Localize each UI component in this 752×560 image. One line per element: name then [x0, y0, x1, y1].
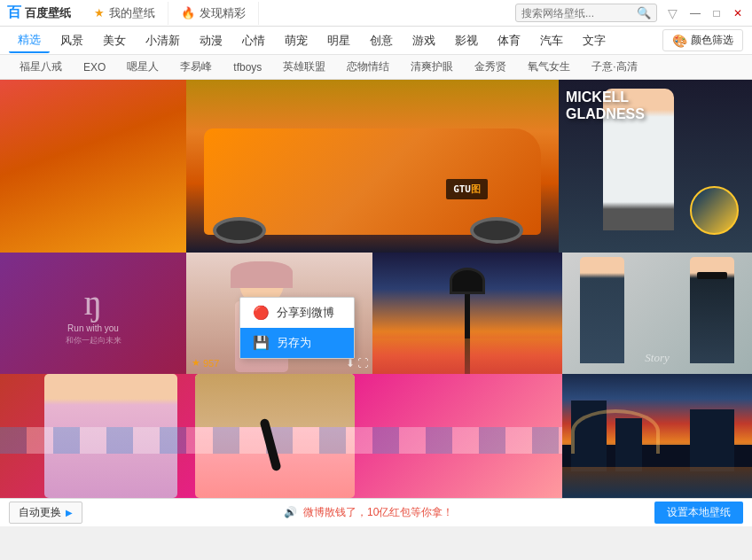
- star-count: 957: [203, 358, 219, 369]
- tag-3[interactable]: 李易峰: [169, 57, 223, 77]
- cat-beauty[interactable]: 美女: [94, 29, 135, 52]
- context-menu: 🔴 分享到微博 💾 另存为: [239, 297, 355, 359]
- tag-nav: 福星八戒 EXO 嗯星人 李易峰 tfboys 英雄联盟 恋物情结 清爽护眼 金…: [0, 55, 752, 80]
- cat-cute-pet[interactable]: 萌宠: [276, 29, 317, 52]
- share-weibo-item[interactable]: 🔴 分享到微博: [240, 298, 354, 328]
- watermark: Story: [645, 351, 669, 365]
- minimize-button[interactable]: —: [688, 6, 702, 20]
- cat-game[interactable]: 游戏: [403, 29, 444, 52]
- title-nav-tabs: ★ 我的壁纸 🔥 发现精彩: [82, 2, 515, 25]
- tag-2[interactable]: 嗯星人: [116, 57, 169, 77]
- title-bar: 百 百度壁纸 ★ 我的壁纸 🔥 发现精彩 🔍 ▽ — □ ✕: [0, 0, 752, 27]
- maximize-button[interactable]: □: [709, 6, 724, 20]
- close-button[interactable]: ✕: [731, 6, 745, 20]
- image-sunset[interactable]: [372, 253, 562, 374]
- purple-text-content: ŋ Run with you 和你一起向未来: [66, 281, 121, 346]
- category-nav: 精选 风景 美女 小清新 动漫 心情 萌宠 明星 创意 游戏 影视 体育 汽车 …: [0, 27, 752, 55]
- weibo-icon: 🔴: [253, 305, 270, 321]
- logo-icon: 百: [7, 4, 21, 22]
- cat-text[interactable]: 文字: [574, 29, 615, 52]
- tag-10[interactable]: 子意·高清: [581, 57, 647, 77]
- star-icon: ★: [94, 6, 105, 19]
- share-weibo-label: 分享到微博: [277, 305, 334, 321]
- color-filter-label: 颜色筛选: [691, 33, 733, 48]
- cat-film[interactable]: 影视: [446, 29, 487, 52]
- tag-1[interactable]: EXO: [73, 58, 116, 76]
- tab-discover-label: 发现精彩: [200, 5, 246, 21]
- set-wallpaper-button[interactable]: 设置本地壁纸: [654, 502, 743, 524]
- basketball-player-name: MICKELLGLADNESS: [566, 89, 645, 122]
- star-badge: ★ 957: [192, 357, 219, 369]
- cat-mood[interactable]: 心情: [233, 29, 274, 52]
- cat-car[interactable]: 汽车: [531, 29, 572, 52]
- image-basketball[interactable]: MICKELLGLADNESS: [559, 80, 752, 253]
- cat-celebrity[interactable]: 明星: [318, 29, 359, 52]
- auto-change-button[interactable]: 自动更换 ▶: [9, 502, 82, 524]
- fullscreen-icon: ⛶: [357, 357, 368, 369]
- tag-0[interactable]: 福星八戒: [9, 57, 73, 77]
- speaker-icon: 🔊: [284, 506, 297, 518]
- search-box[interactable]: 🔍: [515, 4, 657, 22]
- tag-9[interactable]: 氧气女生: [517, 57, 581, 77]
- tab-my-wallpaper[interactable]: ★ 我的壁纸: [82, 2, 168, 25]
- download-icon: ⬇: [346, 357, 355, 369]
- cat-scenery[interactable]: 风景: [51, 29, 92, 52]
- cat-sport[interactable]: 体育: [489, 29, 529, 52]
- image-row-2: ŋ Run with you 和你一起向未来 ★ 957 ⬇: [0, 253, 752, 374]
- search-input[interactable]: [521, 7, 637, 19]
- cat-anime[interactable]: 动漫: [191, 29, 231, 52]
- notice-text: 微博散钱了，10亿红包等你拿！: [303, 506, 453, 518]
- app-title: 百度壁纸: [25, 5, 71, 21]
- license-plate: GTU图: [446, 179, 488, 199]
- tag-7[interactable]: 清爽护眼: [400, 57, 464, 77]
- fire-icon: 🔥: [181, 6, 195, 19]
- save-icon: 💾: [253, 335, 270, 351]
- image-purple-text[interactable]: ŋ Run with you 和你一起向未来: [0, 253, 186, 374]
- image-idol-group[interactable]: [0, 374, 562, 498]
- image-car-main[interactable]: GTU图: [186, 80, 559, 253]
- image-row-1: GTU图 MICKELLGLADNESS: [0, 80, 752, 253]
- cat-fresh[interactable]: 小清新: [137, 29, 189, 52]
- tag-5[interactable]: 英雄联盟: [272, 57, 336, 77]
- image-row-3: [0, 374, 752, 498]
- tab-my-wallpaper-label: 我的壁纸: [109, 5, 155, 21]
- save-as-item[interactable]: 💾 另存为: [240, 328, 354, 358]
- tab-discover[interactable]: 🔥 发现精彩: [168, 2, 259, 25]
- star-icon: ★: [192, 357, 200, 369]
- filter-icon[interactable]: ▽: [664, 4, 681, 22]
- color-filter-button[interactable]: 🎨 颜色筛选: [662, 29, 743, 51]
- tag-4[interactable]: tfboys: [223, 58, 272, 76]
- tag-8[interactable]: 金秀贤: [464, 57, 517, 77]
- image-anime-girl[interactable]: ★ 957 ⬇ ⛶ 🔴 分享到微博 💾 另存为: [186, 253, 372, 374]
- bottom-notice: 🔊 微博散钱了，10亿红包等你拿！: [82, 505, 654, 520]
- main-content: GTU图 MICKELLGLADNESS ŋ Run with you 和你一起…: [0, 80, 752, 498]
- cat-creative[interactable]: 创意: [361, 29, 402, 52]
- tag-6[interactable]: 恋物情结: [336, 57, 400, 77]
- cat-featured[interactable]: 精选: [9, 28, 50, 53]
- palette-icon: 🎨: [672, 34, 687, 48]
- image-fashion-men[interactable]: Story: [562, 253, 752, 374]
- play-icon: ▶: [66, 508, 73, 517]
- image-city-night[interactable]: [562, 374, 752, 498]
- window-controls: ▽ — □ ✕: [664, 4, 745, 22]
- image-car-girl[interactable]: [0, 80, 186, 253]
- bottom-bar: 自动更换 ▶ 🔊 微博散钱了，10亿红包等你拿！ 设置本地壁纸: [0, 498, 752, 526]
- auto-change-label: 自动更换: [19, 505, 61, 520]
- save-as-label: 另存为: [277, 335, 311, 351]
- app-logo: 百 百度壁纸: [7, 4, 71, 22]
- search-icon[interactable]: 🔍: [637, 6, 651, 19]
